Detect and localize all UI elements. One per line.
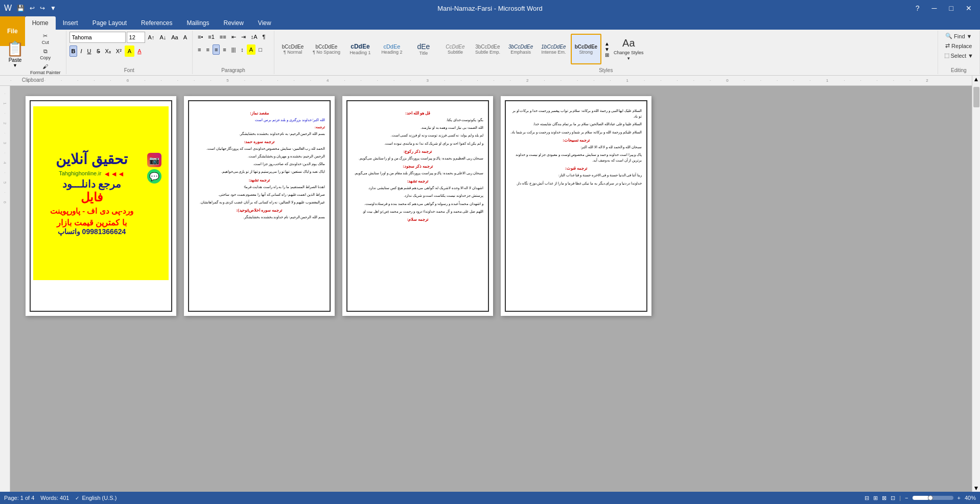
style-item-nospacing[interactable]: bCcDdEe ¶ No Spacing [309,34,344,64]
tab-home[interactable]: Home [25,16,56,30]
style-label-emphasis: Emphasis [510,50,531,55]
zoom-in-btn[interactable]: + [958,495,961,501]
text-highlight-btn[interactable]: A [125,45,134,57]
page2-h2: ترجمه سوره حمد: [194,139,325,145]
view-normal-btn[interactable]: ⊟ [865,495,869,501]
replace-button[interactable]: ⇄ Replace [942,41,975,50]
clear-format-btn[interactable]: Aa [169,32,180,43]
page2-t1: الله اکبر؛ خداوند بزرگتری و بلند عزتم بر… [194,118,325,123]
tab-insert[interactable]: Insert [56,16,85,30]
multilevel-btn[interactable]: ≡≡ [218,32,228,42]
decrease-indent-btn[interactable]: ⇤ [229,32,238,42]
page3-content: قل هو الله احد: بگو: یکوتوست خدای یکتا. … [350,106,485,226]
style-item-emphasis[interactable]: 3bCcDdEe Emphasis [505,34,536,64]
tab-page-layout[interactable]: Page Layout [85,16,134,30]
line-spacing-btn[interactable]: ↕ [239,44,246,55]
zoom-out-btn[interactable]: − [905,495,908,501]
document-area[interactable]: تحقیق آنلاین Tahghighonline.ir ◄◄◄ مرجع … [10,86,980,492]
find-button[interactable]: 🔍 Find ▼ [942,32,975,40]
tab-references[interactable]: References [134,16,179,30]
page1-url: Tahghighonline.ir [59,170,101,176]
styles-scroll-down[interactable]: ▼ [604,47,610,52]
zoom-slider-thumb[interactable] [928,495,933,500]
underline-button[interactable]: U [85,45,94,57]
page-3: قل هو الله احد: بگو: یکوتوست خدای یکتا. … [342,96,493,316]
font-name-input[interactable] [69,32,126,43]
scroll-thumb[interactable] [973,87,979,107]
increase-indent-btn[interactable]: ⇥ [239,32,248,42]
style-item-normal[interactable]: bCcDdEe ¶ Normal [277,34,308,64]
view-reading-btn[interactable]: ⊠ [882,495,886,501]
style-label-h1: Heading 1 [349,50,370,55]
style-item-subtle[interactable]: 3bCcDdEe Subtle Emp. [472,34,504,64]
page1-url-row: Tahghighonline.ir ◄◄◄ [38,170,145,178]
copy-button[interactable]: ⧉ Copy [28,47,63,61]
zoom-slider-fill [913,496,929,500]
vertical-scrollbar[interactable]: ▲ ▼ [972,76,980,492]
style-item-h1[interactable]: cDdEe Heading 1 [345,34,376,64]
align-right-btn[interactable]: ≡ [213,44,220,55]
page3-h1: قل هو الله احد: [352,110,483,117]
bold-button[interactable]: B [69,45,78,57]
align-left-btn[interactable]: ≡ [196,44,203,55]
styles-more-btn[interactable]: ⊞ [604,52,610,58]
redo-quickaccess-btn[interactable]: ↪ [38,4,47,13]
format-painter-icon: 🖌 [42,63,48,70]
paste-area: 📋 Paste ▼ [3,39,27,69]
style-preview-h1: cDdEe [351,43,369,50]
maximize-btn[interactable]: □ [945,3,958,13]
justify-btn[interactable]: ≡ [221,44,228,55]
bullets-btn[interactable]: ≡• [196,32,205,42]
paste-dropdown-arrow[interactable]: ▼ [13,63,17,68]
font-color-btn[interactable]: A [135,45,143,57]
format-painter-button[interactable]: 🖌 Format Painter [28,62,63,76]
font-size-increase-btn[interactable]: A↑ [146,32,157,43]
select-button[interactable]: ⬚ Select ▼ [941,51,976,60]
numbering-btn[interactable]: ≡1 [206,32,217,42]
style-item-strong[interactable]: bCcDdEe Strong [571,34,601,64]
page2-tt3: الرحمن الرحیم: بخشنده و مهربان و بخشایشگ… [194,154,325,159]
save-quickaccess-btn[interactable]: 💾 [15,4,27,13]
shading-btn[interactable]: A [247,44,255,55]
text-effects-btn[interactable]: A [181,32,189,43]
tab-mailings[interactable]: Mailings [179,16,216,30]
columns-btn[interactable]: ||| [229,44,238,55]
cut-button[interactable]: ✂ Cut [28,32,63,46]
font-size-input[interactable] [127,32,145,43]
show-hide-btn[interactable]: ¶ [261,32,268,42]
tab-view[interactable]: View [251,16,278,30]
style-preview-emphasis: 3bCcDdEe [508,44,533,50]
style-item-h2[interactable]: cDdEe Heading 2 [377,34,407,64]
strikethrough-btn[interactable]: S̶ [95,45,102,57]
view-web-btn[interactable]: ⊡ [891,495,895,501]
style-item-intense[interactable]: 1bCcDdEe Intense Em. [538,34,569,64]
style-item-title[interactable]: dEe Title [408,34,439,64]
border-btn[interactable]: □ [256,44,264,55]
style-label-h2: Heading 2 [381,50,402,55]
tab-review[interactable]: Review [216,16,250,30]
paste-button[interactable]: 📋 Paste ▼ [3,39,27,69]
help-btn[interactable]: ? [912,3,924,13]
undo-quickaccess-btn[interactable]: ↩ [28,4,37,13]
styles-scroll-up[interactable]: ▲ [604,41,610,47]
minimize-btn[interactable]: ─ [928,3,941,13]
superscript-btn[interactable]: X² [114,45,124,57]
paragraph-content: ≡• ≡1 ≡≡ ⇤ ⇥ ↕A ¶ ≡ ≡ ≡ ≡ ||| ↕ A □ [196,32,267,66]
subscript-btn[interactable]: X₂ [103,45,113,57]
zoom-slider[interactable] [913,496,953,500]
change-styles-button[interactable]: Aa Change Styles ▼ [611,35,647,63]
customize-quickaccess-btn[interactable]: ▼ [48,4,58,13]
find-arrow: ▼ [967,33,972,39]
page2-tt7: صراط الذین انعمت علیهم: راه کسانی که آنه… [194,192,325,198]
sort-btn[interactable]: ↕A [249,32,260,42]
page2-tr1: ترجمه: [194,125,325,130]
align-center-btn[interactable]: ≡ [204,44,211,55]
view-layout-btn[interactable]: ⊞ [873,495,878,501]
scroll-down-btn[interactable]: ▼ [973,485,979,492]
font-size-decrease-btn[interactable]: A↓ [157,32,168,43]
italic-button[interactable]: I [78,45,84,57]
style-item-subtitle[interactable]: CcDdEe Subtitle [440,34,471,64]
paste-icon: 📋 [6,40,24,57]
scroll-up-btn[interactable]: ▲ [973,76,979,83]
close-btn[interactable]: ✕ [962,3,976,13]
